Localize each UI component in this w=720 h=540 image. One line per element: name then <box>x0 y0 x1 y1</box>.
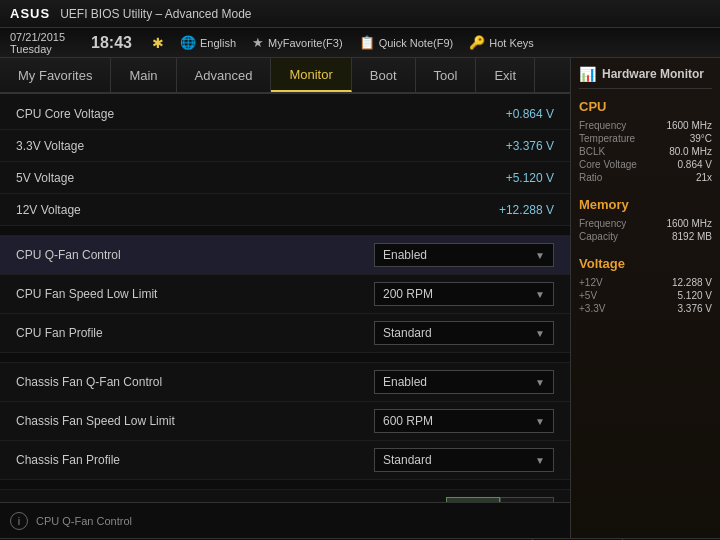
nav-my-favorites[interactable]: My Favorites <box>0 58 111 92</box>
toolbar-hotkeys-label: Hot Keys <box>489 37 534 49</box>
memory-section-title: Memory <box>579 197 712 212</box>
chassis-fan-speed-row: Chassis Fan Speed Low Limit 600 RPM ▼ <box>0 402 570 441</box>
anti-surge-row: Anti Surge Support On Off <box>0 490 570 502</box>
date: 07/21/2015 <box>10 31 65 43</box>
bios-title: UEFI BIOS Utility – Advanced Mode <box>60 7 710 21</box>
toolbar-quicknote-label: Quick Note(F9) <box>379 37 454 49</box>
12v-voltage-label: 12V Voltage <box>16 203 454 217</box>
mem-freq-label: Frequency <box>579 218 626 229</box>
cpu-fan-speed-value: 200 RPM <box>383 287 433 301</box>
toolbar-myfavorite-label: MyFavorite(F3) <box>268 37 343 49</box>
main-layout: My Favorites Main Advanced Monitor Boot … <box>0 58 720 538</box>
12v-voltage-value: +12.288 V <box>454 203 554 217</box>
cpu-qfan-control-dropdown[interactable]: Enabled ▼ <box>374 243 554 267</box>
cpu-fan-speed-row: CPU Fan Speed Low Limit 200 RPM ▼ <box>0 275 570 314</box>
chassis-qfan-dropdown[interactable]: Enabled ▼ <box>374 370 554 394</box>
quicknote-icon: 📋 <box>359 35 375 50</box>
spacer-3 <box>0 480 570 490</box>
day: Tuesday <box>10 43 65 55</box>
voltage-section-title: Voltage <box>579 256 712 271</box>
v12-label: +12V <box>579 277 603 288</box>
cpu-section-title: CPU <box>579 99 712 114</box>
chassis-fan-speed-label: Chassis Fan Speed Low Limit <box>16 414 374 428</box>
cpu-qfan-control-label: CPU Q-Fan Control <box>16 248 374 262</box>
mem-cap-value: 8192 MB <box>672 231 712 242</box>
hw-monitor-panel: 📊 Hardware Monitor CPU Frequency 1600 MH… <box>570 58 720 538</box>
cpu-freq-label: Frequency <box>579 120 626 131</box>
chassis-fan-profile-arrow: ▼ <box>535 455 545 466</box>
cpu-core-voltage-row: CPU Core Voltage +0.864 V <box>0 98 570 130</box>
cpu-fan-speed-arrow: ▼ <box>535 289 545 300</box>
mem-freq-value: 1600 MHz <box>666 218 712 229</box>
asus-logo: ASUS <box>10 6 50 21</box>
cpu-fan-profile-row: CPU Fan Profile Standard ▼ <box>0 314 570 353</box>
toolbar-hotkeys[interactable]: 🔑 Hot Keys <box>469 35 534 50</box>
time-display: 18:43 <box>91 34 132 52</box>
cpu-fan-profile-value: Standard <box>383 326 432 340</box>
toolbar-myfavorite[interactable]: ★ MyFavorite(F3) <box>252 35 343 50</box>
toolbar: 07/21/2015 Tuesday 18:43 ✱ 🌐 English ★ M… <box>0 28 720 58</box>
cpu-fan-speed-label: CPU Fan Speed Low Limit <box>16 287 374 301</box>
hotkeys-icon: 🔑 <box>469 35 485 50</box>
toolbar-english-label: English <box>200 37 236 49</box>
mem-cap-row: Capacity 8192 MB <box>579 231 712 242</box>
bclk-label: BCLK <box>579 146 605 157</box>
toolbar-english[interactable]: 🌐 English <box>180 35 236 50</box>
favorite-icon: ★ <box>252 35 264 50</box>
mem-freq-row: Frequency 1600 MHz <box>579 218 712 229</box>
cpu-qfan-dropdown-arrow: ▼ <box>535 250 545 261</box>
3v3-voltage-row: 3.3V Voltage +3.376 V <box>0 130 570 162</box>
chassis-fan-speed-arrow: ▼ <box>535 416 545 427</box>
hw-monitor-header: 📊 Hardware Monitor <box>579 66 712 89</box>
v12-row: +12V 12.288 V <box>579 277 712 288</box>
chassis-fan-profile-value: Standard <box>383 453 432 467</box>
spacer-2 <box>0 353 570 363</box>
cpu-qfan-control-value: Enabled <box>383 248 427 262</box>
cpu-core-voltage-value: +0.864 V <box>454 107 554 121</box>
toolbar-quicknote[interactable]: 📋 Quick Note(F9) <box>359 35 454 50</box>
hw-monitor-title: Hardware Monitor <box>602 67 704 81</box>
chassis-fan-profile-label: Chassis Fan Profile <box>16 453 374 467</box>
info-bar: i CPU Q-Fan Control <box>0 502 570 538</box>
5v-voltage-row: 5V Voltage +5.120 V <box>0 162 570 194</box>
chassis-fan-speed-dropdown[interactable]: 600 RPM ▼ <box>374 409 554 433</box>
cpu-fan-profile-label: CPU Fan Profile <box>16 326 374 340</box>
v5-value: 5.120 V <box>678 290 712 301</box>
chassis-fan-profile-row: Chassis Fan Profile Standard ▼ <box>0 441 570 480</box>
bclk-row: BCLK 80.0 MHz <box>579 146 712 157</box>
core-volt-value: 0.864 V <box>678 159 712 170</box>
chassis-fan-profile-dropdown[interactable]: Standard ▼ <box>374 448 554 472</box>
cpu-temp-row: Temperature 39°C <box>579 133 712 144</box>
top-bar: ASUS UEFI BIOS Utility – Advanced Mode <box>0 0 720 28</box>
cpu-freq-value: 1600 MHz <box>666 120 712 131</box>
3v3-voltage-value: +3.376 V <box>454 139 554 153</box>
cpu-fan-profile-arrow: ▼ <box>535 328 545 339</box>
cpu-freq-row: Frequency 1600 MHz <box>579 120 712 131</box>
hw-monitor-icon: 📊 <box>579 66 596 82</box>
chassis-qfan-value: Enabled <box>383 375 427 389</box>
language-icon: 🌐 <box>180 35 196 50</box>
cpu-fan-speed-dropdown[interactable]: 200 RPM ▼ <box>374 282 554 306</box>
v5-row: +5V 5.120 V <box>579 290 712 301</box>
bclk-value: 80.0 MHz <box>669 146 712 157</box>
cpu-core-voltage-label: CPU Core Voltage <box>16 107 454 121</box>
ratio-row: Ratio 21x <box>579 172 712 183</box>
info-icon: i <box>10 512 28 530</box>
nav-tool[interactable]: Tool <box>416 58 477 92</box>
3v3-voltage-label: 3.3V Voltage <box>16 139 454 153</box>
nav-monitor[interactable]: Monitor <box>271 58 351 92</box>
hw-spacer-2 <box>579 244 712 252</box>
core-volt-row: Core Voltage 0.864 V <box>579 159 712 170</box>
nav-main[interactable]: Main <box>111 58 176 92</box>
5v-voltage-label: 5V Voltage <box>16 171 454 185</box>
nav-boot[interactable]: Boot <box>352 58 416 92</box>
v5-label: +5V <box>579 290 597 301</box>
nav-exit[interactable]: Exit <box>476 58 535 92</box>
settings-area: CPU Core Voltage +0.864 V 3.3V Voltage +… <box>0 94 570 502</box>
datetime-display: 07/21/2015 Tuesday <box>10 31 65 55</box>
chassis-qfan-label: Chassis Fan Q-Fan Control <box>16 375 374 389</box>
nav-advanced[interactable]: Advanced <box>177 58 272 92</box>
mem-cap-label: Capacity <box>579 231 618 242</box>
cpu-fan-profile-dropdown[interactable]: Standard ▼ <box>374 321 554 345</box>
star-icon: ✱ <box>152 35 164 51</box>
